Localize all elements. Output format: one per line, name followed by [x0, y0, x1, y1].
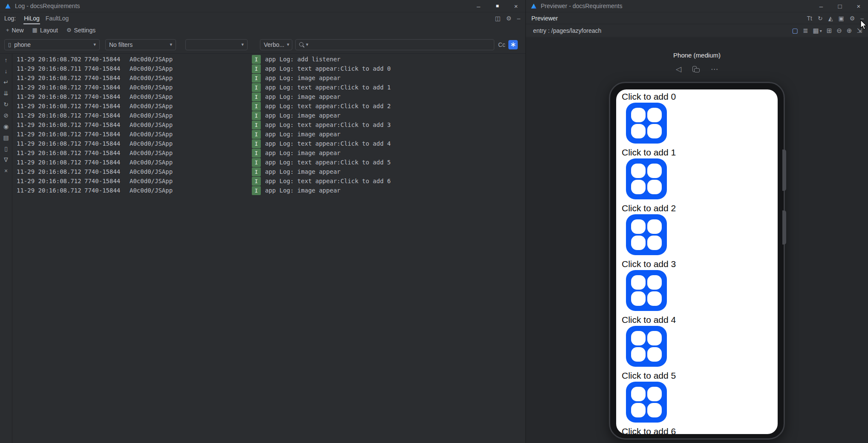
close-button[interactable]: × — [849, 0, 868, 12]
log-row[interactable]: 11-29 20:16:08.712 7740-15844 A0c0d0/JSA… — [12, 129, 525, 139]
level-select[interactable]: Verbo... ▾ — [260, 39, 292, 50]
app-grid-icon[interactable] — [626, 382, 667, 423]
restart-icon[interactable]: ↻ — [1, 100, 11, 109]
volume-button — [782, 150, 786, 191]
split-view-icon[interactable]: ◫ — [495, 15, 500, 22]
item-label[interactable]: Click to add 4 — [622, 314, 778, 325]
previewer-header: Previewer Tt ↻ ◭ ▣ ⚙ – — [526, 12, 868, 24]
phone-screen[interactable]: Click to add 0 Click to add 1 — [616, 89, 778, 434]
log-timestamp: 11-29 20:16:08.712 — [17, 159, 84, 166]
log-list[interactable]: 11-29 20:16:08.702 7740-15844 A0c0d0/JSA… — [12, 54, 525, 443]
log-row[interactable]: 11-29 20:16:08.712 7740-15844 A0c0d0/JSA… — [12, 167, 525, 176]
log-message: app Log: image appear — [265, 93, 340, 100]
clear-log-icon[interactable]: ⊘ — [1, 111, 11, 120]
log-row[interactable]: 11-29 20:16:08.702 7740-15844 A0c0d0/JSA… — [12, 55, 525, 64]
layers-icon[interactable]: ≣ — [803, 27, 808, 35]
grid-view-button[interactable]: ▦ ▾ — [813, 27, 822, 35]
device-select[interactable]: ▯ phone ▾ — [4, 39, 100, 50]
maximize-button[interactable]: □ — [831, 0, 849, 12]
item-label[interactable]: Click to add 5 — [622, 370, 778, 381]
tab-faultlog[interactable]: FaultLog — [43, 12, 72, 24]
log-row[interactable]: 11-29 20:16:08.712 7740-15844 A0c0d0/JSA… — [12, 148, 525, 158]
log-tab-bar: Log: HiLog FaultLog ◫ ⚙ – — [0, 12, 525, 24]
log-row[interactable]: 11-29 20:16:08.712 7740-15844 A0c0d0/JSA… — [12, 186, 525, 195]
scroll-down-icon[interactable]: ↓ — [1, 66, 11, 76]
screenshot-icon[interactable]: ◉ — [1, 122, 11, 131]
log-row[interactable]: 11-29 20:16:08.712 7740-15844 A0c0d0/JSA… — [12, 83, 525, 92]
maximize-button[interactable]: ■ — [488, 0, 507, 12]
gear-icon[interactable]: ⚙ — [506, 15, 512, 22]
item-label[interactable]: Click to add 6 — [622, 426, 778, 434]
app-grid-icon[interactable] — [626, 158, 667, 199]
log-message: app Log: text appear:Click to add 6 — [265, 178, 391, 184]
grid-icon: ▦ — [813, 27, 819, 35]
minimize-button[interactable]: – — [469, 0, 488, 12]
app-grid-icon[interactable] — [626, 214, 667, 255]
log-row[interactable]: 11-29 20:16:08.712 7740-15844 A0c0d0/JSA… — [12, 120, 525, 129]
layout-grid-icon: ▦ — [32, 27, 37, 33]
filter-icon[interactable]: ∇ — [1, 155, 11, 164]
close-button[interactable]: × — [507, 0, 525, 12]
item-label[interactable]: Click to add 3 — [622, 259, 778, 269]
gear-icon[interactable]: ⚙ — [850, 15, 855, 22]
text-size-icon[interactable]: Tt — [807, 15, 812, 22]
log-row[interactable]: 11-29 20:16:08.712 7740-15844 A0c0d0/JSA… — [12, 111, 525, 120]
power-button — [782, 210, 786, 245]
previewer-window: Previewer - docsRequirements – □ × Previ… — [526, 0, 868, 443]
regex-toggle[interactable]: ∗ — [508, 40, 518, 49]
device-preview-icon[interactable]: ▢ — [792, 27, 798, 35]
log-level-badge: I — [252, 64, 261, 73]
process-select[interactable]: ▾ — [185, 39, 248, 50]
item-label[interactable]: Click to add 1 — [622, 147, 778, 158]
log-row[interactable]: 11-29 20:16:08.712 7740-15844 A0c0d0/JSA… — [12, 73, 525, 83]
log-message: app Log: text appear:Click to add 1 — [265, 84, 391, 91]
frame-select-icon[interactable]: ⊞ — [827, 27, 832, 35]
list-item: Click to add 3 — [616, 259, 778, 311]
save-log-icon[interactable]: ▤ — [1, 133, 11, 142]
log-message: app Log: text appear:Click to add 5 — [265, 159, 391, 166]
item-label[interactable]: Click to add 2 — [622, 203, 778, 213]
rotate-device-icon[interactable] — [692, 66, 700, 72]
export-icon[interactable]: ▣ — [838, 15, 844, 22]
filter-select[interactable]: No filters ▾ — [105, 39, 176, 50]
previewer-panel-title: Previewer — [531, 15, 558, 22]
log-row[interactable]: 11-29 20:16:08.712 7740-15844 A0c0d0/JSA… — [12, 101, 525, 111]
log-row[interactable]: 11-29 20:16:08.712 7740-15844 A0c0d0/JSA… — [12, 92, 525, 101]
log-pid-tid: 7740-15844 — [84, 112, 130, 119]
new-button[interactable]: + New — [6, 27, 24, 34]
log-row[interactable]: 11-29 20:16:08.712 7740-15844 A0c0d0/JSA… — [12, 158, 525, 167]
device-icon[interactable]: ▯ — [1, 144, 11, 153]
refresh-icon[interactable]: ↻ — [818, 15, 823, 22]
back-icon[interactable]: ◁ — [676, 65, 681, 74]
layout-button[interactable]: ▦ Layout — [32, 27, 58, 34]
item-label[interactable]: Click to add 0 — [622, 91, 778, 102]
search-input[interactable]: ▾ — [295, 39, 494, 50]
log-tag: A0c0d0/JSApp — [130, 187, 252, 194]
app-grid-icon[interactable] — [626, 103, 667, 144]
app-grid-icon[interactable] — [626, 326, 667, 367]
soft-wrap-icon[interactable]: ↵ — [1, 78, 11, 87]
match-case-toggle[interactable]: Cc — [498, 41, 505, 48]
scroll-to-end-icon[interactable]: ⇊ — [1, 89, 11, 98]
log-tag: A0c0d0/JSApp — [130, 178, 252, 184]
close-icon[interactable]: × — [1, 166, 11, 175]
inspector-icon[interactable]: ◭ — [828, 15, 833, 22]
log-tag: A0c0d0/JSApp — [130, 103, 252, 109]
zoom-out-icon[interactable]: ⊖ — [836, 27, 842, 35]
log-tag: A0c0d0/JSApp — [130, 112, 252, 119]
log-row[interactable]: 11-29 20:16:08.712 7740-15844 A0c0d0/JSA… — [12, 176, 525, 186]
hide-panel-icon[interactable]: – — [517, 15, 520, 22]
deveco-logo-icon — [5, 3, 11, 9]
app-grid-icon[interactable] — [626, 270, 667, 311]
log-tag: A0c0d0/JSApp — [130, 93, 252, 100]
scroll-up-icon[interactable]: ↑ — [1, 55, 11, 65]
tab-hilog[interactable]: HiLog — [21, 12, 43, 24]
settings-button[interactable]: ⚙ Settings — [66, 27, 95, 34]
more-options-icon[interactable]: ⋯ — [711, 65, 718, 74]
phone-frame: Click to add 0 Click to add 1 — [609, 82, 785, 440]
zoom-in-icon[interactable]: ⊕ — [847, 27, 852, 35]
log-row[interactable]: 11-29 20:16:08.712 7740-15844 A0c0d0/JSA… — [12, 139, 525, 148]
log-row[interactable]: 11-29 20:16:08.711 7740-15844 A0c0d0/JSA… — [12, 64, 525, 73]
minimize-button[interactable]: – — [812, 0, 831, 12]
list-item: Click to add 2 — [616, 203, 778, 255]
